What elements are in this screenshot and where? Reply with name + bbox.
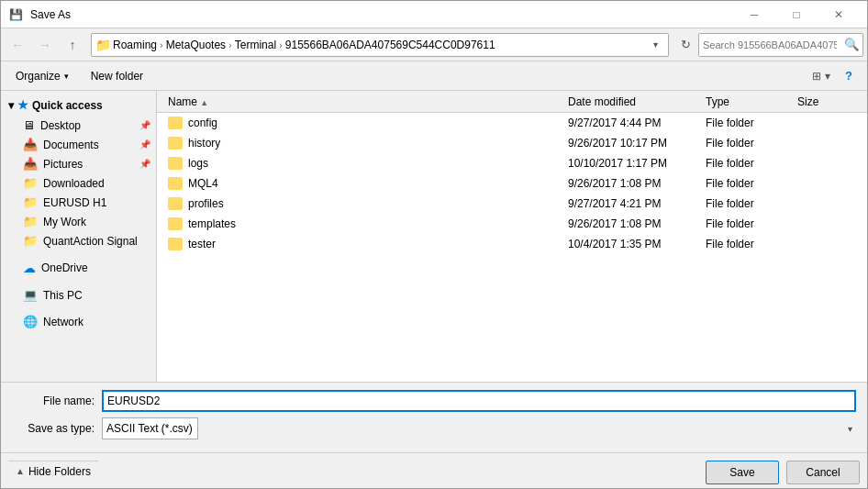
forward-button[interactable]: → <box>32 32 58 58</box>
sidebar-item-eurusd[interactable]: 📁 EURUSD H1 <box>1 193 156 212</box>
file-date: 10/4/2017 1:35 PM <box>561 238 698 250</box>
minimize-button[interactable]: ─ <box>733 1 775 28</box>
organize-button[interactable]: Organize ▾ <box>8 65 76 87</box>
column-date-header[interactable]: Date modified <box>561 95 698 108</box>
column-type-header[interactable]: Type <box>698 95 790 108</box>
window-controls: ─ □ ✕ <box>733 1 860 28</box>
breadcrumb-roaming[interactable]: Roaming <box>113 39 157 51</box>
save-button[interactable]: Save <box>706 461 779 484</box>
column-name-header[interactable]: Name ▲ <box>161 95 561 108</box>
column-size-header[interactable]: Size <box>790 95 863 108</box>
filename-label: File name: <box>12 395 95 407</box>
select-arrow-icon: ▾ <box>848 424 852 434</box>
eurusd-folder-icon: 📁 <box>23 195 38 209</box>
new-folder-button[interactable]: New folder <box>83 65 150 87</box>
refresh-button[interactable]: ↻ <box>674 34 696 56</box>
table-row[interactable]: MQL4 9/26/2017 1:08 PM File folder <box>157 173 867 194</box>
sidebar-item-pictures[interactable]: 📥 Pictures 📌 <box>1 154 156 173</box>
network-icon: 🌐 <box>23 315 38 328</box>
sidebar-network-label: Network <box>43 316 83 328</box>
table-row[interactable]: profiles 9/27/2017 4:21 PM File folder <box>157 194 867 214</box>
breadcrumb-metaquotes[interactable]: MetaQuotes <box>166 39 226 51</box>
file-type: File folder <box>698 238 790 250</box>
table-row[interactable]: logs 10/10/2017 1:17 PM File folder <box>157 153 867 173</box>
organize-label: Organize <box>16 70 61 83</box>
chevron-up-icon: ▲ <box>16 466 25 476</box>
file-name: MQL4 <box>188 177 218 190</box>
sidebar-item-quantaction[interactable]: 📁 QuantAction Signal <box>1 231 156 250</box>
file-date: 10/10/2017 1:17 PM <box>561 157 698 170</box>
sidebar-item-mywork-label: My Work <box>43 216 86 228</box>
quick-access-label: Quick access <box>32 99 103 112</box>
up-button[interactable]: ↑ <box>60 32 85 58</box>
hide-folders-button[interactable]: ▲ Hide Folders <box>8 461 98 482</box>
breadcrumb: Roaming › MetaQuotes › Terminal › 915566… <box>113 39 646 51</box>
address-folder-icon: 📁 <box>95 38 111 52</box>
back-button[interactable]: ← <box>5 32 30 58</box>
sidebar-item-downloaded-label: Downloaded <box>43 177 105 190</box>
sidebar-item-onedrive[interactable]: ☁ OneDrive <box>1 258 156 278</box>
search-input[interactable] <box>699 39 840 50</box>
main-area: ▾ ★ Quick access 🖥 Desktop 📌 📥 Documents… <box>1 91 867 382</box>
folder-icon <box>168 238 183 250</box>
file-area: Name ▲ Date modified Type Size config 9/ <box>157 91 867 382</box>
view-options-button[interactable]: ⊞ ▾ <box>808 65 834 87</box>
sidebar-item-quantaction-label: QuantAction Signal <box>43 235 138 248</box>
quant-folder-icon: 📁 <box>23 234 38 248</box>
file-type: File folder <box>698 177 790 190</box>
sort-arrow-icon: ▲ <box>200 98 208 107</box>
bottom-bar: File name: Save as type: ASCII Text (*.c… <box>1 382 867 452</box>
file-type: File folder <box>698 217 790 230</box>
savetype-wrapper: ASCII Text (*.csv) ▾ <box>102 417 856 439</box>
folder-icon <box>168 177 183 190</box>
table-row[interactable]: history 9/26/2017 10:17 PM File folder <box>157 133 867 153</box>
file-list-header: Name ▲ Date modified Type Size <box>157 91 867 113</box>
filename-input[interactable] <box>102 390 856 412</box>
file-date: 9/26/2017 10:17 PM <box>561 137 698 150</box>
sidebar-item-desktop[interactable]: 🖥 Desktop 📌 <box>1 116 156 135</box>
sidebar-onedrive-label: OneDrive <box>41 261 88 274</box>
downloaded-folder-icon: 📁 <box>23 176 38 190</box>
quick-access-chevron-icon: ▾ <box>8 99 14 112</box>
search-box: 🔍 <box>698 33 863 57</box>
breadcrumb-hash[interactable]: 915566BA06ADA407569C544CC0D97611 <box>285 39 495 51</box>
file-type: File folder <box>698 157 790 170</box>
sidebar-item-network[interactable]: 🌐 Network <box>1 312 156 331</box>
quick-access-header[interactable]: ▾ ★ Quick access <box>1 94 156 116</box>
filename-row: File name: <box>12 390 856 412</box>
computer-icon: 💻 <box>23 288 38 302</box>
mywork-folder-icon: 📁 <box>23 215 38 228</box>
onedrive-icon: ☁ <box>23 261 36 275</box>
file-date: 9/27/2017 4:21 PM <box>561 197 698 210</box>
file-name: templates <box>188 217 236 230</box>
sidebar-item-documents[interactable]: 📥 Documents 📌 <box>1 135 156 154</box>
help-button[interactable]: ? <box>838 65 860 87</box>
documents-icon: 📥 <box>23 138 38 151</box>
folder-icon <box>168 217 183 230</box>
sidebar-item-downloaded[interactable]: 📁 Downloaded <box>1 173 156 193</box>
maximize-button[interactable]: □ <box>775 1 818 28</box>
folder-icon <box>168 157 183 170</box>
sidebar-item-thispc[interactable]: 💻 This PC <box>1 285 156 305</box>
search-button[interactable]: 🔍 <box>840 34 862 56</box>
table-row[interactable]: tester 10/4/2017 1:35 PM File folder <box>157 234 867 254</box>
sidebar-item-mywork[interactable]: 📁 My Work <box>1 212 156 231</box>
command-toolbar: Organize ▾ New folder ⊞ ▾ ? <box>1 61 867 91</box>
address-dropdown-button[interactable]: ▾ <box>646 34 664 56</box>
sidebar-thispc-label: This PC <box>43 289 83 302</box>
file-date: 9/26/2017 1:08 PM <box>561 177 698 190</box>
breadcrumb-terminal[interactable]: Terminal <box>235 39 276 51</box>
hide-folders-label: Hide Folders <box>28 465 91 478</box>
sidebar-item-eurusd-label: EURUSD H1 <box>43 196 106 209</box>
table-row[interactable]: config 9/27/2017 4:44 PM File folder <box>157 113 867 133</box>
sidebar-item-pictures-label: Pictures <box>43 158 83 171</box>
savetype-select[interactable]: ASCII Text (*.csv) <box>102 417 198 439</box>
file-name: config <box>188 117 217 129</box>
savetype-row: Save as type: ASCII Text (*.csv) ▾ <box>12 417 856 439</box>
toolbar-right: ⊞ ▾ ? <box>808 65 860 87</box>
table-row[interactable]: templates 9/26/2017 1:08 PM File folder <box>157 214 867 234</box>
cancel-button[interactable]: Cancel <box>786 461 860 484</box>
close-button[interactable]: ✕ <box>818 1 860 28</box>
pin-icon-pics: 📌 <box>139 159 150 169</box>
dialog-buttons: Save Cancel <box>706 461 860 484</box>
